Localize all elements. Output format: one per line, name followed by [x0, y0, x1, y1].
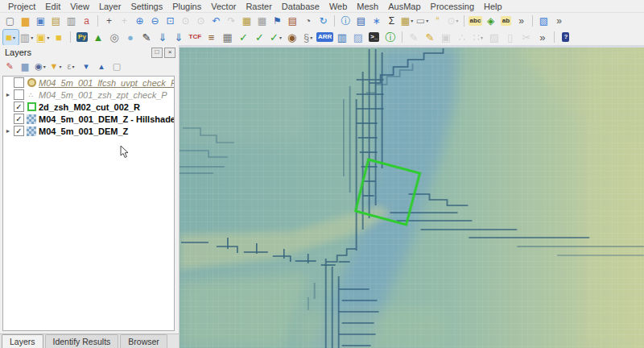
menu-ausmap[interactable]: AusMap [383, 2, 425, 11]
new-project-button[interactable]: ▢ [3, 14, 18, 27]
search-nominatim-button[interactable]: ⊙▾ [446, 14, 460, 27]
expand-all-button[interactable]: ▾ [80, 60, 93, 73]
menu-plugins[interactable]: Plugins [167, 2, 206, 11]
check-tool-1-button[interactable]: ✓ [236, 30, 251, 45]
open-layer-styling-button[interactable]: ✎ [3, 60, 16, 73]
layer-item[interactable]: ►∴M04_5m_001_zsh_zpt_check_P [3, 89, 174, 101]
pan-to-selection-button[interactable]: + [118, 14, 132, 27]
deselect-features-button[interactable]: ▥▾ [19, 30, 35, 45]
tab-identify-results[interactable]: Identify Results [45, 334, 119, 348]
select-features-button[interactable]: ■▾ [3, 30, 19, 45]
layer-checkbox[interactable]: ✓ [14, 114, 24, 124]
measure-line-button[interactable]: ▭▾ [415, 14, 430, 27]
statistical-summary-button[interactable]: ▤ [354, 14, 369, 27]
open-attribute-table-dropdown-icon[interactable]: ▾ [411, 18, 413, 23]
vertex-tool-button[interactable]: ∷▾ [470, 30, 485, 45]
new-3d-map-view-button[interactable]: ▦ [255, 14, 270, 27]
import-tool-1-button[interactable]: ⇓ [155, 30, 171, 45]
python-console-button[interactable]: Py [75, 30, 90, 45]
layer-checkbox[interactable]: ✓ [14, 102, 24, 112]
open-attribute-table-button[interactable]: ▦▾ [400, 14, 415, 27]
menu-raster[interactable]: Raster [241, 2, 276, 11]
menu-processing[interactable]: Processing [426, 2, 479, 11]
measure-line-dropdown-icon[interactable]: ▾ [426, 18, 428, 23]
toolbar-overflow-3-button[interactable]: » [535, 30, 550, 45]
layer-stack-tool-button[interactable]: ≡ [204, 30, 219, 45]
vertex-tool-dropdown-icon[interactable]: ▾ [481, 35, 483, 40]
layer-item[interactable]: M04_5m_001_lfcsh_uvpt_check_P [3, 77, 174, 89]
open-project-button[interactable]: ▆ [19, 14, 33, 27]
tcf-tool-button[interactable]: TCF [188, 30, 204, 45]
zoom-full-button[interactable]: ⊡ [163, 14, 178, 27]
help-button[interactable]: ? [558, 30, 573, 45]
filter-legend-dropdown-icon[interactable]: ▾ [59, 64, 61, 69]
layer-item[interactable]: ✓M04_5m_001_DEM_Z - Hillshade [3, 113, 174, 125]
layer-item[interactable]: ✓2d_zsh_M02_cut_002_R [3, 101, 174, 113]
identify-features-button[interactable]: ⓘ [339, 14, 353, 27]
pen-plugin-button[interactable]: ✎ [139, 30, 155, 45]
close-panel-button[interactable]: × [164, 48, 175, 58]
float-panel-button[interactable]: □ [151, 48, 163, 58]
tab-layers[interactable]: Layers [2, 334, 43, 348]
spiral-plugin-button[interactable]: ◎ [107, 30, 122, 45]
deselect-features-dropdown-icon[interactable]: ▾ [31, 35, 33, 40]
console-tool-button[interactable]: >_ [366, 30, 382, 45]
select-features-dropdown-icon[interactable]: ▾ [13, 35, 15, 40]
attachment-tool-dropdown-icon[interactable]: ▾ [310, 35, 312, 40]
filter-by-expression-button[interactable]: ε▾ [64, 60, 77, 73]
zoom-last-button[interactable]: ↶ [209, 14, 224, 27]
search-nominatim-dropdown-icon[interactable]: ▾ [456, 18, 459, 23]
layer-checkbox[interactable] [14, 89, 24, 100]
layer-checkbox[interactable] [14, 77, 24, 88]
check-tool-2-button[interactable]: ✓ [252, 30, 267, 45]
refresh-map-button[interactable]: ↻ [316, 14, 331, 27]
map-canvas[interactable] [179, 45, 644, 348]
toolbar-overflow-2-button[interactable]: » [552, 14, 567, 27]
menu-web[interactable]: Web [324, 2, 352, 11]
move-label-button[interactable]: ab [499, 14, 514, 27]
arr-tool-button[interactable]: ARR [316, 30, 333, 45]
new-print-layout-button[interactable]: ▤ [49, 14, 64, 27]
remove-layer-button[interactable]: ▢ [110, 60, 123, 73]
check-tool-3-button[interactable]: ✓▾ [268, 30, 283, 45]
data-source-manager-button[interactable]: ▧ [537, 14, 551, 27]
save-project-button[interactable]: ▣ [34, 14, 48, 27]
blob-plugin-button[interactable]: ● [123, 30, 138, 45]
info-settings-tool-button[interactable]: ⓘ [382, 30, 398, 45]
delete-selected-button[interactable]: ▯ [502, 30, 518, 45]
menu-mesh[interactable]: Mesh [352, 2, 383, 11]
expander-icon[interactable]: ► [5, 128, 11, 134]
zoom-to-layer-button[interactable]: ⊙ [194, 14, 208, 27]
select-by-location-button[interactable]: ■ [52, 30, 67, 45]
pan-map-button[interactable]: + [102, 14, 117, 27]
menu-view[interactable]: View [65, 2, 94, 11]
layout-manager-button[interactable]: ▥ [64, 14, 79, 27]
menu-project[interactable]: Project [3, 2, 40, 11]
select-by-form-dropdown-icon[interactable]: ▾ [47, 35, 49, 40]
collapse-all-button[interactable]: ▴ [95, 60, 108, 73]
processing-toolbox-button[interactable]: ∗ [369, 14, 384, 27]
new-spatial-bookmark-button[interactable]: ⚑ [270, 14, 285, 27]
menu-layer[interactable]: Layer [94, 2, 126, 11]
check-tool-3-dropdown-icon[interactable]: ▾ [279, 35, 282, 40]
raster-image-tool-button[interactable]: ▦ [220, 30, 235, 45]
layer-item[interactable]: ►✓M04_5m_001_DEM_Z [3, 125, 174, 137]
zoom-next-button[interactable]: ↷ [225, 14, 239, 27]
new-map-view-button[interactable]: ▦ [240, 14, 254, 27]
map-tips-button[interactable]: “ [431, 14, 445, 27]
save-edits-button[interactable]: ▣ [438, 30, 453, 45]
style-manager-button[interactable]: a [80, 14, 94, 27]
menu-database[interactable]: Database [277, 2, 324, 11]
ausmap-plugin-button[interactable]: ▲ [91, 30, 106, 45]
manage-map-themes-button[interactable]: ◉▾ [34, 60, 47, 73]
temporal-controller-button[interactable]: ◔ [301, 14, 316, 27]
zoom-in-button[interactable]: ⊕ [133, 14, 147, 27]
toolbar-overflow-1-button[interactable]: » [514, 14, 529, 27]
layer-diagram-button[interactable]: ◈ [484, 14, 498, 27]
filter-by-expression-dropdown-icon[interactable]: ▾ [72, 64, 74, 69]
modify-attributes-button[interactable]: ▨ [486, 30, 502, 45]
menu-help[interactable]: Help [479, 2, 507, 11]
zoom-to-selection-button[interactable]: ⊙ [179, 14, 193, 27]
menu-settings[interactable]: Settings [126, 2, 167, 11]
layer-labeling-button[interactable]: abc [469, 14, 483, 27]
